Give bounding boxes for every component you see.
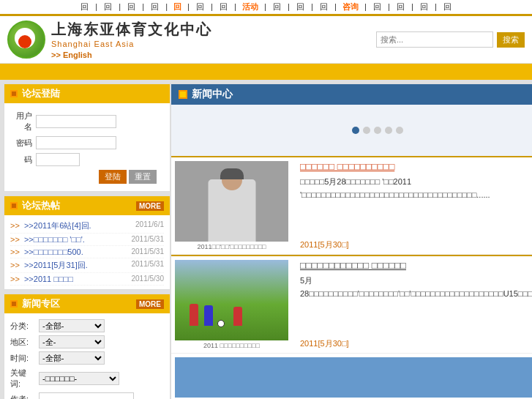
author-input[interactable] [39,392,134,399]
english-link[interactable]: >> English [51,51,212,59]
slider-dot-2[interactable] [363,127,370,134]
search-button[interactable]: 搜索 [497,32,525,48]
region-label: 地区: [10,337,36,348]
region-select[interactable]: -全- [39,335,105,348]
category-select[interactable]: -全部- [39,319,105,332]
captcha-input[interactable] [36,153,80,166]
news-item-1-body: □□□□□□ □□□□□□□□□□ □□□□□5月28□□□□□□□ '□□20… [300,161,532,250]
login-buttons: 登陆 重置 [10,170,164,184]
list-item[interactable]: 2011/5/31 >>□□□□□□□ '□□'. [10,234,164,246]
english-link-anchor[interactable]: >> English [51,51,92,59]
time-select[interactable]: -全部- [39,351,105,365]
hot-posts-icon [10,202,18,209]
slider-dot-5[interactable] [396,127,403,134]
news-item-2-title[interactable]: □□□□□□□□□□□□ □□□□□□ [300,260,532,271]
nav-sep: | [311,2,315,11]
category-filter-row: 分类: -全部- [10,319,164,332]
slider-dot-3[interactable] [374,127,381,134]
player-1 [190,304,198,326]
news-center-title: 新闻中心 [179,88,233,101]
time-label: 时间: [10,353,36,364]
forum-login-title: 论坛登陆 [4,84,170,103]
news-item-1-footer: 2011[5月30□] 详细 >> [300,239,532,250]
news-item-2-footer: 2011[5月30□] 详细 >> [300,338,532,349]
post-date: 2011/5/30 [132,275,165,283]
logo-text: 上海东亚体育文化中心 Shanghai East Asia >> English [51,20,212,59]
post-text: >>□□□□□□□500. [24,247,83,256]
list-item[interactable]: 2011/6/1 >>2011年6站[4]回. [10,219,164,234]
hot-posts-more[interactable]: MORE [136,201,164,211]
news-item-1-date: 2011[5月30□] [300,239,349,250]
forum-login-label: 论坛登陆 [22,87,60,100]
person-hat [220,168,244,179]
post-date: 2011/5/31 [132,260,165,268]
post-text: >>2011年6站[4]回. [24,221,91,230]
nav-sep: 回 [397,2,405,11]
post-date: 2011/6/1 [135,220,164,228]
nav-sep: | [364,2,369,11]
banner-ad [175,357,532,398]
forum-login-section: 论坛登陆 用户名 密码 码 登陆 重置 [4,83,171,192]
post-text: >>2011[5月31]回. [24,261,88,269]
soccer-figure [175,260,288,340]
post-date: 2011/5/31 [132,247,165,256]
slider-dot-4[interactable] [385,127,392,134]
news-item-1-image [175,161,288,242]
sub-nav-text [7,67,10,76]
top-nav-bar: 回 | 回 | 回 | 回 | 回 | 回 | 回 | 活动 | 回 | 回 |… [0,0,532,16]
news-item-1-title[interactable]: □□□□□□ □□□□□□□□□□ [300,161,532,172]
player-2 [204,305,213,326]
hot-posts-list: 2011/6/1 >>2011年6站[4]回. 2011/5/31 >>□□□□… [4,215,170,289]
list-item[interactable]: 2011/5/31 >>□□□□□□□500. [10,246,164,258]
nav-link-highlight[interactable]: 活动 [242,2,258,11]
nav-link-2[interactable]: 咨询 [342,2,359,11]
login-form: 用户名 密码 码 登陆 重置 [4,103,170,191]
login-submit-button[interactable]: 登陆 [99,170,127,184]
slider-dot-1[interactable] [352,127,359,134]
news-items-list: 2011□□'□□'□□□□□□□□□ □□□□□□ □□□□□□□□□□ □□… [171,156,532,354]
person-bg [175,161,288,242]
nav-link-active[interactable]: 回 [173,2,181,11]
list-item[interactable]: 2011/5/30 >>2011 □□□□ [10,273,164,286]
region-filter-row: 地区: -全- [10,335,164,348]
list-item[interactable]: 2011/5/31 >>2011[5月31]回. [10,258,164,273]
news-item-2-date: 2011[5月30□] [300,338,349,349]
nav-sep: 回 [220,2,228,11]
news-filter-more[interactable]: MORE [136,299,164,309]
top-nav-links[interactable]: 回 | 回 | 回 | 回 | 回 | 回 | 回 | 活动 | 回 | 回 |… [0,1,532,12]
banner-ad-text [376,373,378,382]
captcha-label: 码 [10,154,32,165]
password-input[interactable] [36,136,116,149]
username-row: 用户名 [10,111,164,133]
site-header: 上海东亚体育文化中心 Shanghai East Asia >> English… [0,16,532,64]
header-search: 搜索 [376,31,525,48]
nav-sep: | [165,2,170,11]
news-item-2-img-container: 2011 □□□□□□□□□□ [175,260,294,349]
sidebar: 论坛登陆 用户名 密码 码 登陆 重置 [4,83,171,399]
nav-sep: 回 [104,2,112,11]
nav-sep: | [95,2,100,11]
news-filter-label: 新闻专区 [22,297,60,310]
nav-sep: | [119,2,123,11]
nav-sep: | [211,2,215,11]
search-input[interactable] [376,31,493,48]
category-label: 分类: [10,321,36,332]
nav-sep: 回 [320,2,328,11]
keyword-select[interactable]: -□□□□□□- [39,372,119,385]
nav-sep: 回 [273,2,281,11]
news-item-2-text: 5月28□□□□□□□□□□'□□□□□□□□'□□'□□□□□□□□□□□□□… [300,275,532,335]
author-label: 作者: [10,394,36,400]
news-item-1-img-container: 2011□□'□□'□□□□□□□□□ [175,161,294,250]
nav-sep: 回 [196,2,204,11]
forum-login-icon [10,90,18,97]
login-reset-button[interactable]: 重置 [129,170,157,184]
news-filter-icon [10,300,18,307]
captcha-row: 码 [10,153,164,166]
site-name-en: Shanghai East Asia [51,40,212,48]
username-input[interactable] [36,115,116,128]
news-filter-title: 新闻专区 MORE [4,294,170,313]
player-3 [233,307,242,326]
slider-dots [352,127,403,134]
keyword-filter-row: 关键词: -□□□□□□- [10,368,164,389]
news-center-label: 新闻中心 [192,88,233,101]
